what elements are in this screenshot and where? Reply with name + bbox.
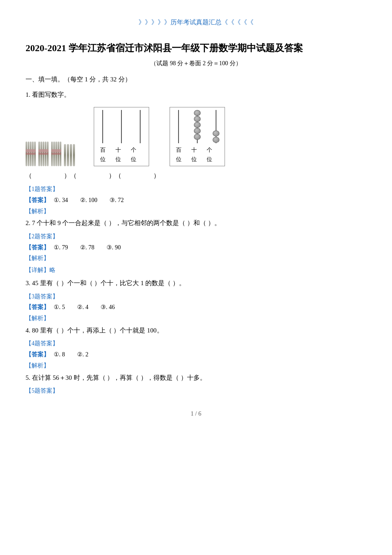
page-number: 1 / 6 — [191, 410, 202, 417]
bundle-1 — [26, 142, 36, 166]
question-2: 2. 7 个十和 9 个一合起来是（ ），与它相邻的两个数是（ ）和（ ）。 — [26, 218, 366, 229]
q4-answer-text: ①. 8 ②. 2 — [54, 351, 89, 358]
bundle-2 — [38, 142, 49, 166]
question-1: 1. 看图写数字。 — [26, 90, 366, 101]
subtitle: （试题 98 分＋卷面 2 分＝100 分） — [26, 58, 366, 69]
abacus-1: 百位 十位 个位 — [94, 107, 149, 166]
q2-jiexi: 【解析】 — [26, 253, 366, 263]
q3-answer-label: 【答案】 — [26, 304, 49, 310]
abacus-section: 百位 十位 个位 — [26, 107, 366, 166]
q3-jiexi: 【解析】 — [26, 313, 366, 324]
q2-answer-label: 【答案】 — [26, 244, 49, 251]
q4-num: 4. — [26, 327, 32, 334]
q2-num: 2. — [26, 220, 32, 226]
q1-answer-tag: 【1题答案】 — [26, 184, 366, 194]
header-link[interactable]: 》》》》》历年考试真题汇总《《《《《 — [138, 19, 254, 26]
q3-answer-content: 【答案】 ①. 5 ②. 4 ③. 46 — [26, 302, 366, 312]
q1-answer-label: 【答案】 — [26, 197, 49, 203]
q2-answer-tag: 【2题答案】 — [26, 231, 366, 242]
q1-text: 1. 看图写数字。 — [26, 91, 70, 98]
bundle-3 — [51, 142, 61, 166]
q1-blank-area: （ ）（ ）（ ） — [26, 171, 366, 182]
q5-text: 在计算 56＋30 时，先算（ ），再算（ ），得数是（ ）十多。 — [32, 374, 206, 381]
q4-answer-content: 【答案】 ①. 8 ②. 2 — [26, 350, 366, 360]
question-5: 5. 在计算 56＋30 时，先算（ ），再算（ ），得数是（ ）十多。 — [26, 373, 366, 384]
page-wrapper: 》》》》》历年考试真题汇总《《《《《 2020-2021 学年江苏省宿迁市沭阳县… — [26, 17, 366, 419]
page-header: 》》》》》历年考试真题汇总《《《《《 — [26, 17, 366, 28]
q1-answer-content: 【答案】 ①. 34 ②. 100 ③. 72 — [26, 195, 366, 205]
q2-text: 7 个十和 9 个一合起来是（ ），与它相邻的两个数是（ ）和（ ）。 — [32, 220, 221, 226]
stick-bundles — [26, 142, 75, 166]
q3-answer-tag: 【3题答案】 — [26, 292, 366, 302]
abacus-2: 百位 十位 个位 — [170, 107, 225, 166]
question-3: 3. 45 里有（ ）个一和（ ）个十，比它大 1 的数是（ ）。 — [26, 278, 366, 289]
q4-answer-label: 【答案】 — [26, 351, 49, 358]
loose-sticks — [64, 144, 75, 166]
q5-answer-tag: 【5题答案】 — [26, 386, 366, 396]
q4-text: 80 里有（ ）个十，再添上（ ）个十就是 100。 — [32, 327, 163, 334]
main-title: 2020-2021 学年江苏省宿迁市沭阳县一年级下册数学期中试题及答案 — [26, 41, 366, 55]
q2-xiangji: 【详解】略 — [26, 265, 366, 275]
q3-num: 3. — [26, 280, 32, 286]
q5-num: 5. — [26, 374, 32, 381]
q2-answer-content: 【答案】 ①. 79 ②. 78 ③. 90 — [26, 243, 366, 253]
page-footer: 1 / 6 — [26, 409, 366, 419]
q1-answer-text: ①. 34 ②. 100 ③. 72 — [54, 197, 124, 203]
q3-answer-text: ①. 5 ②. 4 ③. 46 — [54, 304, 115, 310]
question-4: 4. 80 里有（ ）个十，再添上（ ）个十就是 100。 — [26, 325, 366, 336]
q4-answer-tag: 【4题答案】 — [26, 338, 366, 349]
q4-jiexi: 【解析】 — [26, 361, 366, 371]
q1-blank: （ ）（ ）（ ） — [26, 172, 160, 179]
q3-text: 45 里有（ ）个一和（ ）个十，比它大 1 的数是（ ）。 — [32, 280, 185, 286]
q1-jiexi: 【解析】 — [26, 206, 366, 217]
q2-answer-text: ①. 79 ②. 78 ③. 90 — [54, 244, 121, 251]
section1-header: 一、填一填。（每空 1 分，共 32 分） — [26, 74, 366, 85]
